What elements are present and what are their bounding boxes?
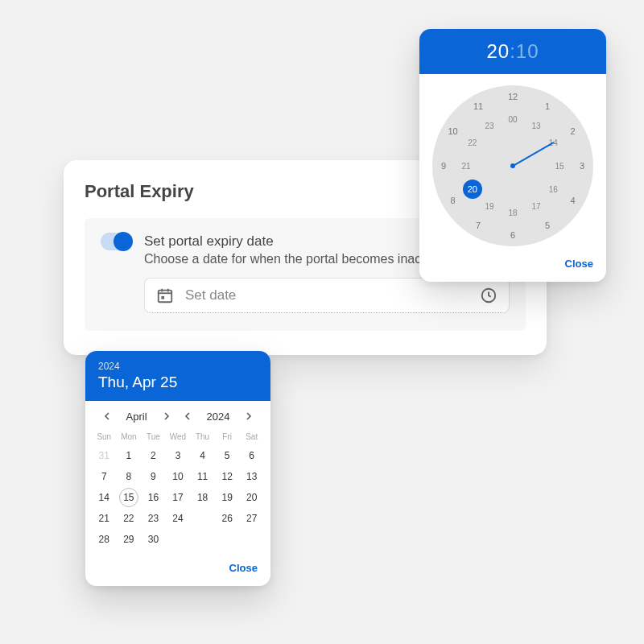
calendar-day[interactable]: 6 <box>239 446 264 465</box>
clock-hour-inner[interactable]: 17 <box>531 202 540 211</box>
next-year-button[interactable] <box>239 409 257 424</box>
weekday-header: Sat <box>239 429 264 444</box>
clock-hour-outer[interactable]: 3 <box>580 161 584 171</box>
svg-rect-1 <box>161 296 164 299</box>
calendar-day[interactable]: 2 <box>141 446 166 465</box>
weekday-header: Mon <box>117 429 142 444</box>
calendar-day[interactable]: 3 <box>166 446 191 465</box>
clock-hour-inner[interactable]: 19 <box>485 202 493 211</box>
weekday-header: Sun <box>92 429 117 444</box>
clock-hour-inner[interactable]: 22 <box>468 138 477 147</box>
weekday-header: Thu <box>190 429 215 444</box>
calendar-day[interactable]: 15 <box>117 488 142 507</box>
calendar-day[interactable]: 17 <box>166 488 191 507</box>
calendar-grid: SunMonTueWedThuFriSat3112345678910111213… <box>85 427 270 554</box>
clock-hour-outer[interactable]: 1 <box>545 101 550 111</box>
clock-hour-outer[interactable]: 6 <box>510 230 515 240</box>
calendar-day[interactable]: 8 <box>117 467 142 486</box>
month-label[interactable]: April <box>122 411 152 423</box>
time-minute[interactable]: 10 <box>516 40 539 62</box>
calendar-day[interactable]: 23 <box>141 509 166 528</box>
calendar-day[interactable]: 18 <box>190 488 215 507</box>
year-label[interactable]: 2024 <box>202 411 235 423</box>
calendar-day[interactable]: 11 <box>190 467 215 486</box>
calendar-day[interactable]: 10 <box>166 467 191 486</box>
calendar-day[interactable]: 1 <box>117 446 142 465</box>
date-picker-footer: Close <box>85 554 270 586</box>
calendar-day[interactable]: 13 <box>239 467 264 486</box>
clock-selected-hour[interactable]: 20 <box>463 180 482 199</box>
clock-hour-outer[interactable]: 2 <box>570 126 575 136</box>
clock-hand <box>513 142 554 166</box>
svg-rect-0 <box>159 291 172 303</box>
calendar-day[interactable]: 26 <box>215 509 240 528</box>
calendar-day[interactable]: 7 <box>92 467 117 486</box>
clock-face[interactable]: 1234567891011121314151617181920212223002… <box>432 85 593 246</box>
calendar-day[interactable]: 29 <box>117 530 142 549</box>
calendar-day[interactable]: 22 <box>117 509 142 528</box>
calendar-day[interactable]: 30 <box>141 530 166 549</box>
clock-hour-inner[interactable]: 21 <box>461 162 470 171</box>
date-picker-close-button[interactable]: Close <box>229 562 258 574</box>
weekday-header: Tue <box>141 429 166 444</box>
date-input[interactable]: Set date <box>144 278 510 313</box>
time-picker-close-button[interactable]: Close <box>565 258 593 270</box>
calendar-day[interactable]: 4 <box>190 446 215 465</box>
time-picker: 20:10 1234567891011121314151617181920212… <box>419 29 606 282</box>
date-placeholder: Set date <box>185 287 469 303</box>
time-picker-header: 20:10 <box>419 29 606 74</box>
prev-month-button[interactable] <box>99 409 117 424</box>
weekday-header: Fri <box>215 429 240 444</box>
calendar-day[interactable]: 20 <box>239 488 264 507</box>
calendar-day[interactable]: 14 <box>92 488 117 507</box>
calendar-day[interactable]: 19 <box>215 488 240 507</box>
calendar-day-other[interactable]: 31 <box>92 446 117 465</box>
date-picker-nav: April 2024 <box>85 401 270 427</box>
toggle-label: Set portal expiry date <box>144 233 274 250</box>
clock-hour-outer[interactable]: 5 <box>545 221 550 230</box>
clock-hour-outer[interactable]: 7 <box>476 221 481 230</box>
calendar-icon <box>156 287 174 304</box>
next-month-button[interactable] <box>157 409 175 424</box>
date-picker-headline: Thu, Apr 25 <box>98 374 258 391</box>
time-hour[interactable]: 20 <box>486 40 510 62</box>
calendar-day[interactable]: 5 <box>215 446 240 465</box>
clock-hour-inner[interactable]: 16 <box>549 185 558 194</box>
time-picker-body: 1234567891011121314151617181920212223002… <box>419 74 606 251</box>
clock-hour-outer[interactable]: 10 <box>448 126 457 136</box>
weekday-header: Wed <box>166 429 191 444</box>
date-picker-year[interactable]: 2024 <box>98 361 258 372</box>
date-picker-header: 2024 Thu, Apr 25 <box>85 351 270 401</box>
calendar-day[interactable]: 12 <box>215 467 240 486</box>
time-picker-footer: Close <box>419 251 606 282</box>
calendar-day[interactable]: 16 <box>141 488 166 507</box>
clock-icon[interactable] <box>480 287 497 304</box>
date-picker: 2024 Thu, Apr 25 April 2024 SunMonTueWed… <box>85 351 270 586</box>
clock-hour-inner[interactable]: 15 <box>555 162 564 171</box>
clock-hour-outer[interactable]: 9 <box>441 161 446 171</box>
clock-hour-inner[interactable]: 18 <box>508 208 517 217</box>
clock-hour-outer[interactable]: 8 <box>450 196 455 205</box>
prev-year-button[interactable] <box>180 409 197 424</box>
calendar-day[interactable]: 21 <box>92 509 117 528</box>
calendar-day[interactable]: 28 <box>92 530 117 549</box>
clock-hour-outer[interactable]: 12 <box>508 92 518 101</box>
clock-hour-outer[interactable]: 4 <box>570 196 575 205</box>
clock-hour-inner[interactable]: 00 <box>508 115 517 124</box>
clock-hour-inner[interactable]: 23 <box>485 121 493 130</box>
calendar-day[interactable]: 24 <box>166 509 191 528</box>
clock-hour-outer[interactable]: 11 <box>473 101 483 111</box>
calendar-day[interactable]: 25 <box>190 509 215 528</box>
clock-hour-inner[interactable]: 13 <box>531 121 540 130</box>
expiry-toggle[interactable] <box>101 233 133 250</box>
calendar-day[interactable]: 27 <box>239 509 264 528</box>
calendar-day[interactable]: 9 <box>141 467 166 486</box>
